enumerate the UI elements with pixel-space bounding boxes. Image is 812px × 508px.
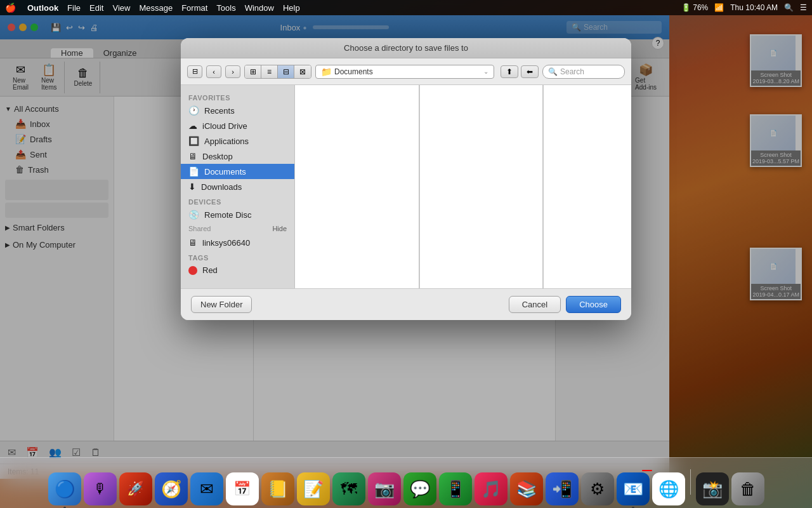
finder-icon: 🔵	[55, 479, 75, 499]
dialog-sidebar-tag-red[interactable]: Red	[181, 263, 294, 277]
dock-photos[interactable]: 📷	[368, 472, 401, 505]
dialog-sidebar-icloud[interactable]: ☁ iCloud Drive	[181, 118, 294, 133]
dock-sysprefs[interactable]: ⚙	[581, 472, 614, 505]
back-button[interactable]: ‹	[206, 65, 221, 78]
wifi-status: 📶	[714, 3, 724, 12]
column-divider-1	[419, 85, 420, 288]
new-folder-button[interactable]: New Folder	[191, 296, 252, 313]
view-menu[interactable]: View	[112, 3, 130, 13]
format-menu[interactable]: Format	[181, 3, 207, 13]
contacts-icon: 📒	[268, 479, 288, 499]
dialog-sidebar-applications[interactable]: 🔲 Applications	[181, 133, 294, 149]
dock-screenshot[interactable]: 📸	[696, 472, 729, 505]
dock-messages[interactable]: 💬	[403, 472, 436, 505]
dock-trash[interactable]: 🗑	[731, 472, 764, 505]
red-tag-label: Red	[202, 265, 218, 275]
siri-icon: 🎙	[93, 481, 107, 497]
linksys-icon: 🖥	[188, 237, 197, 248]
safari-icon: 🧭	[161, 479, 181, 499]
list-view-icon: ≡	[267, 67, 272, 76]
dock-music[interactable]: 🎵	[475, 472, 508, 505]
photos-icon: 📷	[374, 479, 395, 499]
apple-menu[interactable]: 🍎	[5, 3, 16, 13]
current-path-label: Documents	[334, 67, 373, 76]
applications-label: Applications	[204, 137, 249, 146]
notes-icon: 📝	[303, 479, 324, 499]
hide-button[interactable]: Hide	[272, 225, 287, 232]
downloads-label: Downloads	[201, 182, 242, 192]
sidebar-toggle-icon: ⊟	[192, 67, 198, 76]
dialog-sidebar-desktop[interactable]: 🖥 Desktop	[181, 149, 294, 164]
file-menu[interactable]: File	[67, 3, 81, 13]
dialog-search[interactable]: 🔍 Search	[542, 65, 625, 79]
dock-mail[interactable]: ✉	[190, 472, 223, 505]
books-icon: 📚	[516, 479, 537, 499]
documents-label: Documents	[204, 167, 246, 177]
calendar-icon: 📅	[233, 481, 251, 497]
app-name-menu[interactable]: Outlook	[27, 3, 58, 13]
dock-books[interactable]: 📚	[510, 472, 543, 505]
desktop-icon: 🖥	[188, 151, 197, 161]
column-divider-2	[542, 85, 544, 288]
list-view-button[interactable]: ≡	[261, 65, 278, 78]
spotlight-icon[interactable]: 🔍	[784, 3, 794, 12]
forward-button[interactable]: ›	[225, 65, 240, 78]
share-icon: ⬆	[506, 67, 513, 76]
dock-maps[interactable]: 🗺	[332, 472, 365, 505]
dialog-main-area	[295, 85, 631, 288]
edit-menu[interactable]: Edit	[89, 3, 103, 13]
datetime: Thu 10:40 AM	[730, 3, 778, 12]
sysprefs-icon: ⚙	[590, 479, 605, 499]
cancel-button[interactable]: Cancel	[509, 296, 561, 313]
dock-outlook[interactable]: 📧	[617, 472, 650, 505]
share-button[interactable]: ⬆	[501, 65, 518, 78]
devices-section-header: Devices	[181, 194, 294, 207]
dock-notes[interactable]: 📝	[297, 472, 330, 505]
dock-appstore[interactable]: 📲	[546, 472, 579, 505]
dialog-sidebar-recents[interactable]: 🕐 Recents	[181, 103, 294, 118]
dock-launchpad[interactable]: 🚀	[119, 472, 152, 505]
recents-label: Recents	[204, 106, 235, 116]
back-icon: ‹	[213, 68, 215, 76]
appstore-icon: 📲	[552, 479, 572, 499]
window-menu[interactable]: Window	[245, 3, 274, 13]
message-menu[interactable]: Message	[139, 3, 173, 13]
launchpad-icon: 🚀	[127, 481, 144, 497]
column-view-button[interactable]: ⊟	[278, 65, 294, 78]
dock-separator	[690, 469, 691, 495]
dock-finder[interactable]: 🔵	[48, 472, 81, 505]
new-tab-button[interactable]: ⬅	[521, 65, 539, 78]
recents-icon: 🕐	[188, 105, 199, 116]
documents-icon: 📄	[188, 166, 199, 177]
icon-view-icon: ⊞	[250, 67, 256, 76]
dock-contacts[interactable]: 📒	[261, 472, 294, 505]
notification-icon[interactable]: ☰	[800, 3, 807, 12]
dialog-search-placeholder: Search	[560, 67, 584, 76]
dock-siri[interactable]: 🎙	[84, 472, 117, 505]
dialog-sidebar-linksys[interactable]: 🖥 linksys06640	[181, 235, 294, 250]
icon-view-button[interactable]: ⊞	[245, 65, 261, 78]
dialog-title: Choose a directory to save files to	[181, 38, 631, 58]
battery-status: 🔋 76%	[681, 3, 708, 12]
dialog-sidebar-remote-disc[interactable]: 💿 Remote Disc	[181, 207, 294, 222]
sidebar-toggle-button[interactable]: ⊟	[187, 65, 202, 78]
downloads-icon: ⬇	[188, 182, 196, 192]
dock-calendar[interactable]: 📅	[226, 472, 259, 505]
dialog-sidebar-downloads[interactable]: ⬇ Downloads	[181, 179, 294, 194]
path-selector[interactable]: 📁 Documents ⌄	[315, 65, 494, 79]
dock-safari[interactable]: 🧭	[155, 472, 188, 505]
file-picker-dialog: Choose a directory to save files to ⊟ ‹ …	[181, 38, 631, 320]
choose-button[interactable]: Choose	[566, 296, 621, 313]
new-tab-icon: ⬅	[527, 67, 533, 76]
help-menu[interactable]: Help	[283, 3, 300, 13]
remote-disc-icon: 💿	[188, 210, 199, 220]
red-tag-circle	[188, 266, 197, 275]
tools-menu[interactable]: Tools	[216, 3, 235, 13]
gallery-view-button[interactable]: ⊠	[294, 65, 311, 78]
dock-facetime[interactable]: 📱	[439, 472, 472, 505]
desktop-label: Desktop	[202, 152, 233, 161]
dialog-sidebar-documents[interactable]: 📄 Documents	[181, 164, 294, 179]
dock-chrome[interactable]: 🌐	[652, 472, 685, 505]
menubar: 🍎 Outlook File Edit View Message Format …	[0, 0, 812, 15]
gallery-view-icon: ⊠	[299, 67, 306, 76]
